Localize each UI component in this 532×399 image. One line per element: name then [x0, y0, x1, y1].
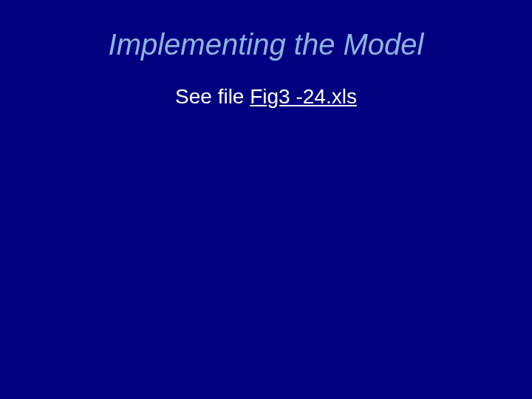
body-prefix: See file [175, 85, 250, 108]
slide-title: Implementing the Model [0, 28, 532, 61]
slide-container: Implementing the Model See file Fig3 -24… [0, 0, 532, 399]
filename-link[interactable]: Fig3 -24.xls [250, 85, 357, 108]
slide-body: See file Fig3 -24.xls [0, 85, 532, 109]
